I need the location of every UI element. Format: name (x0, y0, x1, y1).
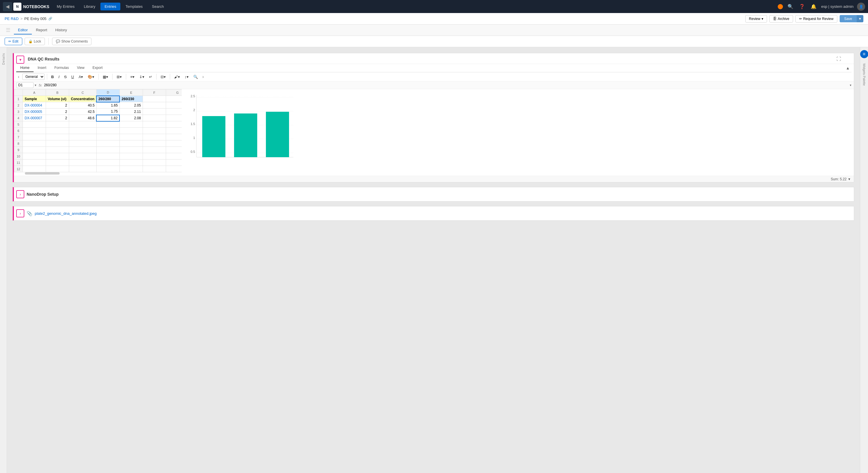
cell-11-B[interactable] (46, 159, 69, 166)
cell-2-E[interactable]: 2.05 (120, 102, 143, 109)
ss-tab-view[interactable]: View (73, 64, 89, 72)
cell-7-E[interactable] (120, 134, 143, 140)
cell-8-G[interactable] (166, 140, 182, 147)
cell-10-B[interactable] (46, 153, 69, 159)
borders-button[interactable]: ▦▾ (101, 74, 110, 80)
cell-9-E[interactable] (120, 147, 143, 153)
cell-7-D[interactable] (96, 134, 120, 140)
fullscreen-button[interactable]: ⛶ (835, 56, 842, 62)
cell-5-F[interactable] (143, 121, 166, 128)
cell-ref-dropdown[interactable]: ▾ (35, 83, 36, 87)
cell-8-E[interactable] (120, 140, 143, 147)
cell-12-D[interactable] (96, 166, 120, 172)
cell-3-F[interactable] (143, 109, 166, 115)
cell-12-C[interactable] (69, 166, 97, 172)
italic-button[interactable]: I (57, 74, 61, 80)
col-header-A[interactable]: A (23, 89, 46, 96)
nanodrop-widget[interactable]: › NanoDrop Setup (13, 187, 854, 202)
cell-8-D[interactable] (96, 140, 120, 147)
cell-11-E[interactable] (120, 159, 143, 166)
edit-button[interactable]: ✏ Edit (5, 38, 22, 45)
ss-tab-insert[interactable]: Insert (34, 64, 50, 72)
font-format-select[interactable]: General (22, 73, 44, 80)
cell-8-F[interactable] (143, 140, 166, 147)
bold-button[interactable]: B (50, 74, 56, 80)
nav-search[interactable]: Search (148, 3, 168, 10)
cell-7-F[interactable] (143, 134, 166, 140)
cell-4-D[interactable]: 1.82 (96, 115, 120, 121)
cell-5-E[interactable] (120, 121, 143, 128)
cell-4-B[interactable]: 2 (46, 115, 69, 121)
cell-8-C[interactable] (69, 140, 97, 147)
cell-6-D[interactable] (96, 128, 120, 134)
status-dropdown[interactable]: ▾ (848, 177, 850, 181)
cell-2-F[interactable] (143, 102, 166, 109)
nav-entries[interactable]: Entries (100, 3, 120, 10)
cell-10-C[interactable] (69, 153, 97, 159)
cell-11-F[interactable] (143, 159, 166, 166)
find-button[interactable]: 🔍 (191, 74, 199, 80)
cell-2-G[interactable] (166, 102, 182, 109)
cell-7-A[interactable] (23, 134, 46, 140)
cell-11-A[interactable] (23, 159, 46, 166)
merge-button[interactable]: ⊞▾ (115, 74, 124, 80)
cell-12-B[interactable] (46, 166, 69, 172)
cell-7-C[interactable] (69, 134, 97, 140)
cell-4-F[interactable] (143, 115, 166, 121)
formula-input[interactable] (44, 83, 847, 87)
widget-collapse-button[interactable]: ▾ (16, 56, 24, 64)
sidebar-toggle-icon[interactable]: ☰ (5, 26, 11, 34)
cell-5-D[interactable] (96, 121, 120, 128)
archive-button[interactable]: 🗄 Archive (769, 15, 793, 23)
cell-color-btn[interactable]: 🖌▾ (173, 74, 182, 80)
review-button[interactable]: Review ▾ (745, 15, 767, 23)
cell-6-G[interactable] (166, 128, 182, 134)
prev-nav-button[interactable]: ‹ (16, 74, 21, 80)
cell-5-G[interactable] (166, 121, 182, 128)
cell-3-G[interactable] (166, 109, 182, 115)
align-button[interactable]: ≡▾ (128, 74, 136, 80)
cell-3-C[interactable]: 42.5 (69, 109, 97, 115)
ss-tab-home[interactable]: Home (16, 64, 34, 72)
indent-button[interactable]: ⇓▾ (137, 74, 146, 80)
cell-11-C[interactable] (69, 159, 97, 166)
widgets-palette-button[interactable]: ≡ (860, 50, 868, 58)
underline-button[interactable]: U (69, 74, 75, 80)
cell-10-F[interactable] (143, 153, 166, 159)
cell-12-G[interactable] (166, 166, 182, 172)
nav-library[interactable]: Library (80, 3, 99, 10)
save-button[interactable]: Save (840, 15, 857, 22)
cell-10-A[interactable] (23, 153, 46, 159)
col-header-G[interactable]: G (166, 89, 182, 96)
cell-8-A[interactable] (23, 140, 46, 147)
fill-color-button[interactable]: 🎨▾ (86, 74, 96, 80)
ss-panel-collapse[interactable]: ▲ (844, 65, 851, 71)
next-nav-button[interactable]: › (201, 74, 206, 80)
cell-9-G[interactable] (166, 147, 182, 153)
save-dropdown-button[interactable]: ▾ (857, 15, 863, 22)
cell-3-E[interactable]: 2.11 (120, 109, 143, 115)
cell-6-F[interactable] (143, 128, 166, 134)
cell-3-B[interactable]: 2 (46, 109, 69, 115)
sort-button[interactable]: ↕▾ (183, 74, 190, 80)
breadcrumb-parent[interactable]: PE R&D (5, 17, 19, 21)
cell-1-D[interactable]: 260/280 (96, 96, 120, 102)
cell-4-E[interactable]: 2.08 (120, 115, 143, 121)
cell-10-E[interactable] (120, 153, 143, 159)
cell-4-G[interactable] (166, 115, 182, 121)
cell-9-B[interactable] (46, 147, 69, 153)
cell-4-C[interactable]: 48.6 (69, 115, 97, 121)
col-header-D[interactable]: D (96, 89, 120, 96)
formula-expand[interactable]: ▾ (850, 83, 851, 87)
cell-10-G[interactable] (166, 153, 182, 159)
cell-9-F[interactable] (143, 147, 166, 153)
cell-6-A[interactable] (23, 128, 46, 134)
cells-button[interactable]: ⊟▾ (159, 74, 167, 80)
cell-5-B[interactable] (46, 121, 69, 128)
cell-11-G[interactable] (166, 159, 182, 166)
horizontal-scrollbar[interactable] (25, 172, 60, 175)
nav-templates[interactable]: Templates (122, 3, 147, 10)
font-color-button[interactable]: A▾ (77, 74, 85, 80)
lock-button[interactable]: 🔒 Lock (25, 38, 45, 45)
cell-1-C[interactable]: Concentration (69, 96, 97, 102)
